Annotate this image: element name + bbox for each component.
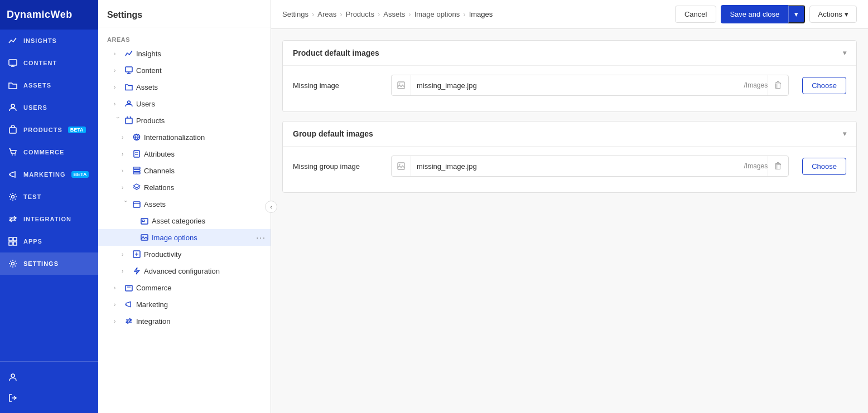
main-content: Settings › Areas › Products › Assets › I… (271, 0, 868, 413)
tree-item-content[interactable]: › Content (98, 62, 271, 79)
svg-rect-31 (141, 235, 148, 240)
marketing-badge: BETA (71, 171, 89, 178)
top-bar-actions: Cancel Save and close ▾ Actions ▾ (675, 5, 857, 23)
sidebar-item-logout[interactable] (0, 387, 98, 409)
tree-item-productivity[interactable]: › Productivity (98, 246, 271, 263)
file-icon-2 (392, 156, 411, 176)
assets-cat-icon (139, 216, 150, 226)
sidebar-item-integration[interactable]: INTEGRATION (0, 208, 98, 230)
tree-item-commerce[interactable]: › Commerce (98, 279, 271, 296)
missing-group-image-filename: missing_image.jpg (411, 162, 742, 171)
sidebar-item-content[interactable]: CONTENT (0, 52, 98, 74)
missing-image-choose-button[interactable]: Choose (802, 77, 846, 94)
breadcrumb-areas[interactable]: Areas (317, 10, 336, 18)
breadcrumb-products[interactable]: Products (346, 10, 374, 18)
group-section-collapse-icon[interactable]: ▾ (843, 130, 846, 138)
missing-image-delete-button[interactable]: 🗑 (768, 75, 788, 95)
tree-item-assets-sub[interactable]: › Assets (98, 196, 271, 212)
svg-rect-4 (9, 128, 16, 133)
missing-group-image-input-group: missing_image.jpg /Images 🗑 (391, 156, 789, 177)
chevron-icon: › (122, 184, 129, 191)
svg-rect-26 (133, 170, 140, 172)
folder-small-icon (124, 82, 134, 92)
tree-item-users[interactable]: › Users (98, 95, 271, 112)
missing-group-image-choose-button[interactable]: Choose (802, 158, 846, 175)
grid-icon (8, 236, 18, 246)
breadcrumb-assets[interactable]: Assets (383, 10, 405, 18)
missing-group-image-delete-button[interactable]: 🗑 (768, 156, 788, 176)
chevron-icon: › (114, 101, 122, 107)
user-small-icon (124, 99, 134, 109)
marketing-icon (124, 299, 134, 309)
tree-item-internationalization[interactable]: › Internationalization (98, 129, 271, 145)
product-default-images-header: Product default images ▾ (283, 41, 856, 66)
sidebar-item-products[interactable]: PRODUCTS BETA (0, 119, 98, 141)
product-section-collapse-icon[interactable]: ▾ (843, 49, 846, 57)
more-options-icon[interactable]: ··· (256, 233, 266, 242)
sidebar-item-apps[interactable]: APPS (0, 230, 98, 252)
svg-point-3 (11, 104, 15, 108)
collapse-panel-button[interactable]: ‹ (265, 201, 277, 213)
svg-rect-19 (126, 118, 132, 124)
gear-icon (8, 192, 18, 202)
save-close-dropdown[interactable]: ▾ (788, 5, 805, 23)
breadcrumb-sep-1: › (312, 10, 314, 18)
settings-icon (8, 259, 18, 269)
svg-point-8 (12, 196, 15, 198)
settings-panel: Settings Areas › Insights › Content › As… (98, 0, 271, 413)
missing-group-image-row: Missing group image missing_image.jpg /I… (293, 156, 846, 177)
missing-image-input-group: missing_image.jpg /Images 🗑 (391, 75, 789, 96)
tree-item-marketing[interactable]: › Marketing (98, 296, 271, 313)
sidebar-item-test[interactable]: TEST (0, 186, 98, 208)
chevron-icon: › (122, 151, 129, 157)
tree-item-advanced-config[interactable]: › Advanced configuration (98, 263, 271, 279)
monitor-small-icon (124, 65, 134, 75)
chevron-icon: › (114, 67, 122, 74)
svg-rect-9 (9, 237, 12, 241)
user-icon (8, 103, 18, 113)
sidebar-item-assets[interactable]: ASSETS (0, 74, 98, 96)
folder-icon (8, 80, 18, 90)
commerce-icon (124, 283, 134, 293)
layers-icon (132, 182, 142, 192)
actions-button[interactable]: Actions ▾ (809, 6, 857, 23)
chevron-icon: › (122, 251, 129, 257)
svg-rect-0 (9, 60, 17, 65)
actions-chevron-icon: ▾ (845, 10, 848, 18)
svg-rect-11 (9, 242, 12, 245)
tree-item-relations[interactable]: › Relations (98, 179, 271, 196)
breadcrumb-sep-2: › (340, 10, 342, 18)
breadcrumb-settings[interactable]: Settings (282, 10, 308, 18)
svg-point-18 (128, 101, 131, 104)
sidebar-item-marketing[interactable]: MARKETING BETA (0, 163, 98, 186)
sidebar: DynamicWeb INSIGHTS CONTENT ASSETS (0, 0, 98, 413)
integration-icon (124, 316, 134, 326)
breadcrumb-sep-3: › (378, 10, 380, 18)
lightning-icon (132, 266, 142, 276)
tree-item-integration[interactable]: › Integration (98, 313, 271, 329)
tree-item-asset-categories[interactable]: › Asset categories (98, 212, 271, 229)
cancel-button[interactable]: Cancel (675, 6, 716, 23)
sidebar-item-insights[interactable]: INSIGHTS (0, 30, 98, 52)
sidebar-item-users[interactable]: USERS (0, 96, 98, 119)
missing-group-image-path: /Images (744, 162, 768, 170)
tree-item-products[interactable]: › Products (98, 112, 271, 129)
globe-icon (132, 132, 142, 142)
tree-item-image-options[interactable]: › Image options ··· (98, 229, 271, 246)
chart-icon (8, 36, 18, 46)
save-close-button[interactable]: Save and close (721, 5, 788, 23)
chevron-icon: › (114, 84, 122, 90)
tree-item-attributes[interactable]: › Attributes (98, 145, 271, 162)
tree-item-channels[interactable]: › Channels (98, 162, 271, 179)
sidebar-item-profile[interactable] (0, 366, 98, 387)
tree-item-assets[interactable]: › Assets (98, 79, 271, 95)
sidebar-item-commerce[interactable]: COMMERCE (0, 141, 98, 163)
svg-point-37 (399, 84, 401, 85)
breadcrumb-image-options[interactable]: Image options (414, 10, 460, 18)
missing-image-filename: missing_image.jpg (411, 81, 742, 90)
sidebar-item-settings[interactable]: SETTINGS (0, 252, 98, 275)
chart-small-icon (124, 48, 134, 59)
svg-rect-10 (13, 237, 17, 241)
areas-label: Areas (98, 32, 271, 45)
tree-item-insights[interactable]: › Insights (98, 45, 271, 62)
